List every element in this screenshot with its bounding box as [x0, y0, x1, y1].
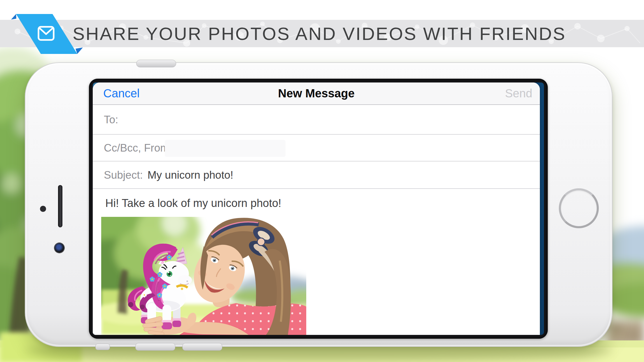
message-body-text: Hi! Take a look of my unicorn photo!	[105, 197, 281, 210]
home-button	[559, 188, 599, 228]
phone-device: New Message Cancel Send To: Cc/Bcc, From…	[25, 62, 612, 347]
to-field[interactable]: To:	[93, 106, 540, 135]
envelope-ribbon	[9, 12, 88, 55]
cc-bcc-from-label: Cc/Bcc, From:	[104, 142, 172, 154]
subject-field[interactable]: Subject: My unicorn photo!	[93, 162, 540, 189]
front-camera	[55, 243, 64, 253]
volume-up-button	[135, 343, 175, 351]
compose-title: New Message	[93, 87, 540, 100]
screen: New Message Cancel Send To: Cc/Bcc, From…	[93, 82, 544, 335]
mail-compose-sheet: New Message Cancel Send To: Cc/Bcc, From…	[93, 82, 540, 335]
volume-down-button	[182, 343, 222, 351]
subject-label: Subject:	[104, 169, 143, 181]
earpiece-speaker	[58, 185, 62, 227]
cc-bcc-from-field[interactable]: Cc/Bcc, From:	[93, 135, 540, 161]
to-label: To:	[104, 114, 118, 126]
redacted-from-address	[165, 140, 286, 157]
send-button[interactable]: Send	[505, 87, 532, 100]
proximity-sensor	[40, 206, 46, 212]
banner: SHARE YOUR PHOTOS AND VIDEOS WITH FRIEND…	[0, 20, 644, 47]
compose-nav-bar: New Message Cancel Send	[93, 82, 540, 105]
ribbon-fold-top	[11, 14, 16, 20]
subject-value: My unicorn photo!	[148, 169, 233, 181]
app-store-screenshot: SHARE YOUR PHOTOS AND VIDEOS WITH FRIEND…	[0, 0, 644, 362]
power-button	[136, 60, 176, 67]
mute-switch	[95, 344, 110, 350]
message-body[interactable]: Hi! Take a look of my unicorn photo!	[93, 189, 540, 335]
screen-bezel: New Message Cancel Send To: Cc/Bcc, From…	[89, 79, 548, 339]
attachment-photo[interactable]	[101, 217, 306, 335]
banner-title: SHARE YOUR PHOTOS AND VIDEOS WITH FRIEND…	[73, 20, 566, 47]
